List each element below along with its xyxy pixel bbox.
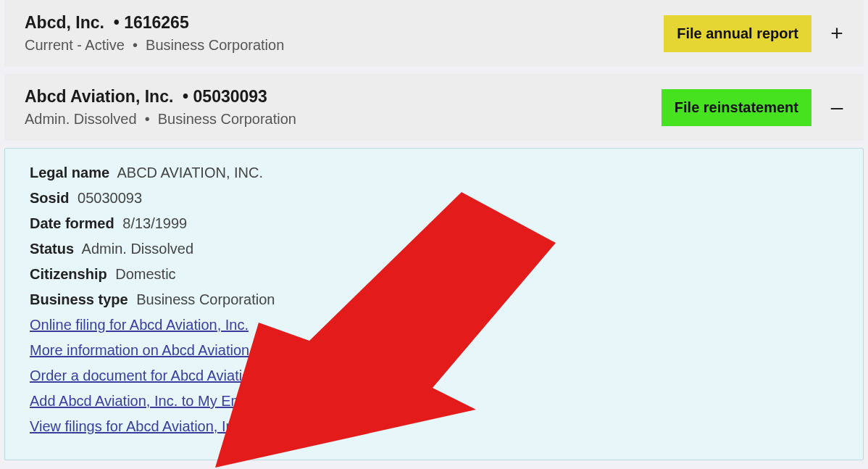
company-name: Abcd Aviation, Inc.: [25, 87, 173, 106]
detail-value: 8/13/1999: [122, 215, 187, 231]
link-row: Online filing for Abcd Aviation, Inc.: [30, 317, 843, 333]
company-id: 05030093: [193, 87, 267, 106]
company-id: 1616265: [124, 13, 189, 32]
detail-row-legal-name: Legal name ABCD AVIATION, INC.: [30, 165, 843, 181]
company-type: Business Corporation: [158, 111, 296, 127]
view-filings-link[interactable]: View filings for Abcd Aviation, Inc.: [30, 418, 245, 434]
company-status: Admin. Dissolved: [25, 111, 137, 127]
detail-label: Citizenship: [30, 266, 107, 282]
company-actions: File reinstatement –: [662, 89, 846, 126]
detail-row-status: Status Admin. Dissolved: [30, 241, 843, 257]
company-type: Business Corporation: [146, 37, 284, 53]
link-row: Order a document for Abcd Aviation, Inc.: [30, 368, 843, 384]
add-notification-link[interactable]: Add Abcd Aviation, Inc. to My Email Noti…: [30, 393, 355, 409]
detail-row-sosid: Sosid 05030093: [30, 190, 843, 207]
detail-value: Business Corporation: [136, 291, 275, 307]
company-row: Abcd, Inc. • 1616265 Current - Active • …: [4, 0, 864, 67]
detail-label: Sosid: [30, 190, 69, 206]
company-summary: Abcd Aviation, Inc. • 05030093 Admin. Di…: [25, 87, 662, 128]
online-filing-link[interactable]: Online filing for Abcd Aviation, Inc.: [30, 317, 249, 333]
detail-label: Legal name: [30, 165, 109, 180]
company-title: Abcd, Inc. • 1616265: [25, 13, 664, 33]
detail-label: Date formed: [30, 215, 114, 231]
detail-row-business-type: Business type Business Corporation: [30, 291, 843, 308]
detail-label: Business type: [30, 291, 128, 307]
link-row: Add Abcd Aviation, Inc. to My Email Noti…: [30, 393, 843, 410]
detail-value: Admin. Dissolved: [82, 241, 194, 257]
collapse-icon[interactable]: –: [827, 96, 846, 118]
company-subtitle: Current - Active • Business Corporation: [25, 37, 664, 54]
detail-row-date-formed: Date formed 8/13/1999: [30, 215, 843, 232]
link-row: View filings for Abcd Aviation, Inc.: [30, 418, 843, 435]
detail-row-citizenship: Citizenship Domestic: [30, 266, 843, 283]
bullet-separator: •: [183, 87, 188, 106]
order-document-link[interactable]: Order a document for Abcd Aviation, Inc.: [30, 368, 290, 383]
link-row: More information on Abcd Aviation, Inc.: [30, 342, 843, 359]
more-info-link[interactable]: More information on Abcd Aviation, Inc.: [30, 342, 281, 358]
company-summary: Abcd, Inc. • 1616265 Current - Active • …: [25, 13, 664, 54]
company-title: Abcd Aviation, Inc. • 05030093: [25, 87, 662, 107]
detail-value: 05030093: [78, 190, 142, 206]
company-details-panel: Legal name ABCD AVIATION, INC. Sosid 050…: [4, 148, 864, 460]
bullet-separator: •: [114, 13, 120, 32]
bullet-separator: •: [133, 37, 138, 53]
detail-label: Status: [30, 241, 74, 257]
company-row: Abcd Aviation, Inc. • 05030093 Admin. Di…: [4, 74, 864, 141]
detail-value: ABCD AVIATION, INC.: [117, 165, 264, 180]
detail-value: Domestic: [115, 266, 175, 282]
bullet-separator: •: [145, 111, 150, 127]
expand-icon[interactable]: +: [827, 22, 846, 44]
company-name: Abcd, Inc.: [25, 13, 104, 32]
company-status: Current - Active: [25, 37, 125, 53]
file-reinstatement-button[interactable]: File reinstatement: [662, 89, 811, 126]
company-actions: File annual report +: [664, 15, 846, 52]
file-annual-report-button[interactable]: File annual report: [664, 15, 811, 52]
company-subtitle: Admin. Dissolved • Business Corporation: [25, 111, 662, 128]
